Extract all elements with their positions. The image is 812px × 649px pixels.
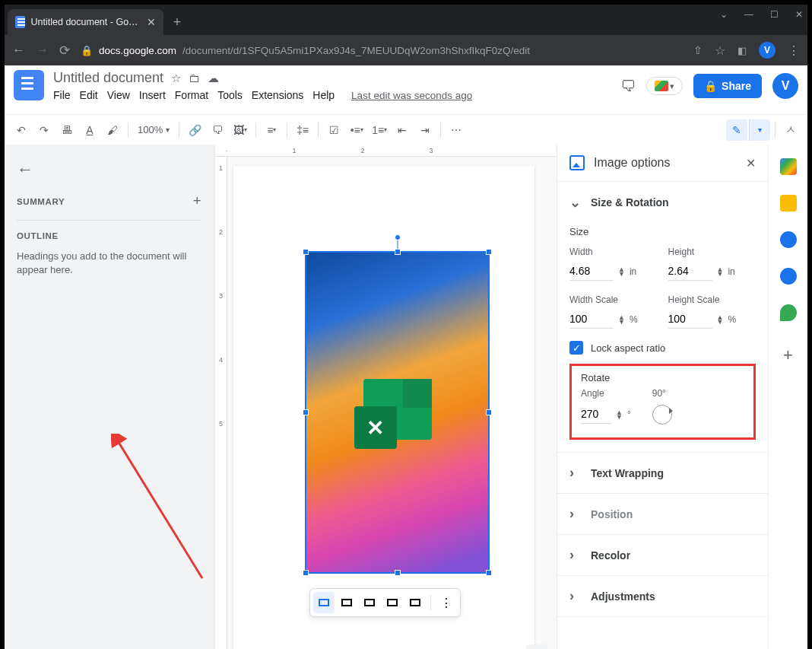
hide-menus-button[interactable]: ㅅ: [780, 119, 801, 141]
address-bar[interactable]: 🔒 docs.google.com/document/d/1SFQu5A5mi1…: [81, 45, 683, 56]
numbered-list-button[interactable]: 1≡▾: [369, 119, 390, 141]
section-size-rotation[interactable]: ⌄ Size & Rotation: [557, 182, 768, 223]
add-comment-button[interactable]: 🗨: [207, 119, 228, 141]
angle-stepper[interactable]: ▲▼: [616, 410, 623, 419]
section-position[interactable]: › Position: [557, 494, 768, 534]
menu-format[interactable]: Format: [175, 89, 208, 101]
print-button[interactable]: 🖶: [56, 119, 78, 141]
angle-input[interactable]: [581, 405, 611, 424]
menu-tools[interactable]: Tools: [217, 89, 243, 101]
resize-handle-sw[interactable]: [303, 570, 309, 576]
insert-image-button[interactable]: 🖼▾: [230, 119, 251, 141]
section-text-wrapping[interactable]: › Text Wrapping: [557, 453, 768, 493]
behind-option[interactable]: [382, 592, 403, 613]
cloud-status-icon[interactable]: ☁: [208, 72, 219, 85]
more-tools-button[interactable]: ⋯: [446, 119, 467, 141]
height-input[interactable]: [668, 262, 712, 281]
close-tab-icon[interactable]: ✕: [147, 16, 156, 28]
width-stepper[interactable]: ▲▼: [618, 267, 625, 276]
menu-help[interactable]: Help: [312, 89, 335, 101]
last-edit-link[interactable]: Last edit was seconds ago: [351, 90, 472, 101]
move-icon[interactable]: 🗀: [189, 72, 200, 84]
insert-link-button[interactable]: 🔗: [184, 119, 205, 141]
section-adjustments[interactable]: › Adjustments: [557, 576, 768, 616]
extensions-icon[interactable]: ◧: [737, 45, 747, 56]
add-summary-button[interactable]: +: [193, 193, 201, 209]
image-overflow-menu[interactable]: ⋮: [436, 592, 457, 613]
document-canvas[interactable]: ·123 12345: [214, 145, 557, 649]
menu-file[interactable]: File: [53, 89, 71, 101]
lock-aspect-checkbox[interactable]: ✓: [569, 341, 583, 355]
star-icon[interactable]: ☆: [171, 72, 181, 85]
calendar-app-icon[interactable]: [780, 158, 797, 175]
wrap-option[interactable]: [336, 592, 357, 613]
menu-insert[interactable]: Insert: [139, 89, 166, 101]
redo-button[interactable]: ↷: [33, 119, 55, 141]
explore-button[interactable]: ✦: [526, 644, 547, 649]
resize-handle-se[interactable]: [486, 570, 492, 576]
resize-handle-n[interactable]: [395, 249, 401, 255]
chrome-menu-icon[interactable]: ⋮: [788, 43, 800, 58]
nav-forward-icon[interactable]: →: [36, 43, 49, 58]
width-scale-stepper[interactable]: ▲▼: [618, 315, 625, 324]
profile-avatar[interactable]: V: [759, 42, 776, 59]
spellcheck-button[interactable]: A: [79, 119, 100, 141]
bulleted-list-button[interactable]: •≡▾: [346, 119, 367, 141]
page[interactable]: ✕ ⋮: [233, 166, 534, 649]
tasks-app-icon[interactable]: [780, 231, 797, 248]
add-addon-button[interactable]: +: [783, 345, 793, 365]
window-dropdown-icon[interactable]: ⌄: [720, 9, 728, 20]
document-title[interactable]: Untitled document: [53, 70, 163, 86]
front-option[interactable]: [404, 592, 426, 613]
increase-indent-button[interactable]: ⇥: [414, 119, 436, 141]
bookmark-icon[interactable]: ☆: [715, 43, 725, 58]
height-scale-input[interactable]: [668, 310, 712, 329]
menu-extensions[interactable]: Extensions: [252, 89, 303, 101]
keep-app-icon[interactable]: [780, 195, 797, 212]
editing-mode-button[interactable]: ✎: [726, 119, 747, 141]
menu-edit[interactable]: Edit: [80, 89, 98, 101]
width-scale-input[interactable]: [569, 310, 614, 329]
outline-back-icon[interactable]: ←: [17, 160, 201, 180]
share-button[interactable]: 🔒 Share: [693, 74, 762, 98]
height-stepper[interactable]: ▲▼: [717, 267, 724, 276]
editing-mode-caret[interactable]: ▾: [749, 119, 770, 141]
undo-button[interactable]: ↶: [11, 119, 32, 141]
browser-tab[interactable]: Untitled document - Google Do… ✕: [8, 9, 163, 35]
line-spacing-button[interactable]: ‡≡: [292, 119, 313, 141]
maps-app-icon[interactable]: [780, 304, 797, 321]
width-input[interactable]: [569, 262, 614, 281]
vertical-ruler[interactable]: 12345: [215, 157, 227, 649]
selected-image[interactable]: ✕: [305, 251, 490, 574]
decrease-indent-button[interactable]: ⇤: [392, 119, 413, 141]
height-scale-stepper[interactable]: ▲▼: [717, 315, 724, 324]
share-url-icon[interactable]: ⇧: [693, 44, 703, 56]
zoom-dropdown[interactable]: 100%▾: [133, 124, 174, 135]
menu-view[interactable]: View: [107, 89, 130, 101]
resize-handle-ne[interactable]: [486, 249, 492, 255]
resize-handle-w[interactable]: [303, 409, 309, 415]
inline-option[interactable]: [313, 592, 335, 613]
horizontal-ruler[interactable]: ·123: [215, 145, 557, 157]
paint-format-button[interactable]: 🖌: [102, 119, 123, 141]
nav-reload-icon[interactable]: ⟳: [59, 43, 70, 59]
window-minimize-icon[interactable]: —: [744, 9, 753, 20]
close-panel-button[interactable]: ✕: [746, 156, 756, 170]
resize-handle-s[interactable]: [395, 570, 401, 576]
resize-handle-e[interactable]: [486, 409, 492, 415]
nav-back-icon[interactable]: ←: [12, 43, 25, 58]
comments-icon[interactable]: 🗨: [620, 78, 636, 95]
break-option[interactable]: [359, 592, 380, 613]
new-tab-button[interactable]: +: [167, 11, 188, 33]
rotate-90-button[interactable]: [652, 405, 672, 425]
resize-handle-nw[interactable]: [303, 249, 309, 255]
meet-button[interactable]: ▾: [646, 77, 683, 95]
window-maximize-icon[interactable]: ☐: [770, 9, 779, 20]
window-close-icon[interactable]: ✕: [795, 9, 803, 20]
docs-logo[interactable]: [14, 70, 44, 100]
account-avatar[interactable]: V: [772, 73, 798, 99]
align-button[interactable]: ≡▾: [261, 119, 282, 141]
checklist-button[interactable]: ☑: [323, 119, 344, 141]
rotation-handle[interactable]: [395, 234, 401, 240]
contacts-app-icon[interactable]: [780, 268, 797, 285]
